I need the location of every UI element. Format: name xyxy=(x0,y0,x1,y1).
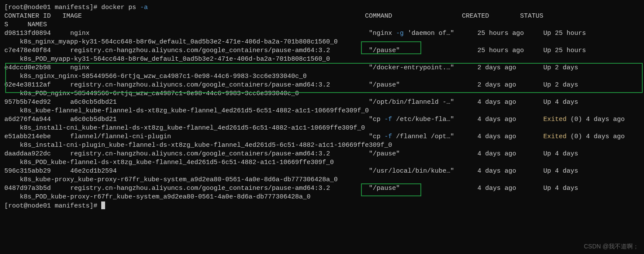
status-cell: Up 4 days xyxy=(543,99,578,106)
command-cell: "cp -f /etc/kube-fla…" xyxy=(369,116,454,123)
command-cell: "/opt/bin/flanneld -…" xyxy=(369,99,454,106)
table-row: c7e478e40f84 registry.cn-hangzhou.aliyun… xyxy=(4,46,640,55)
prompt-dir: manifests xyxy=(55,4,90,11)
command: docker ps xyxy=(101,4,136,11)
table-row: 596c315abb29 46e2cd1b2594 "/usr/local/bi… xyxy=(4,167,640,176)
cmd-flag: -f xyxy=(384,133,392,140)
status-exited: Exited xyxy=(543,116,566,123)
table-row-names: k8s_install-cni_kube-flannel-ds-xt8zg_ku… xyxy=(4,124,640,133)
watermark: CSDN @我不道啊； xyxy=(584,242,639,251)
command-cell: "/pause" xyxy=(369,185,400,192)
prompt-user: root xyxy=(8,202,24,210)
status-cell: Up 2 days xyxy=(543,81,578,89)
status-cell: Up 4 days xyxy=(543,167,578,175)
table-row: e51abb214ebe flannel/flannel-cni-plugin … xyxy=(4,133,640,141)
status-cell: Up 2 days xyxy=(543,64,578,71)
table-row-names: k8s_POD_kube-proxy-r67fr_kube-system_a9d… xyxy=(4,193,640,201)
table-header: CONTAINER ID IMAGE COMMAND CREATED STATU… xyxy=(4,12,640,21)
prompt-line-2[interactable]: [root@node01 manifests]# xyxy=(4,201,640,211)
table-row-names: k8s_kube-flannel_kube-flannel-ds-xt8zg_k… xyxy=(4,107,640,115)
table-row-names: k8s_nginx_nginx-585449566-6rtjq_wzw_ca49… xyxy=(4,72,640,81)
status-cell: Exited (0) 4 days ago xyxy=(543,116,625,123)
command-cell: "/pause" xyxy=(369,47,400,54)
table-row: 0487d97a3b5d registry.cn-hangzhou.aliyun… xyxy=(4,184,640,193)
cmd-flag: -f xyxy=(384,116,392,123)
command-cell: "cp -f /flannel /opt…" xyxy=(369,133,454,140)
command-cell: "nginx -g 'daemon of…" xyxy=(369,30,454,37)
command-cell: "/pause" xyxy=(369,150,400,158)
prompt-host: node01 xyxy=(28,202,51,210)
status-cell: Exited (0) 4 days ago xyxy=(543,133,625,140)
table-row-names: k8s_install-cni-plugin_kube-flannel-ds-x… xyxy=(4,141,640,150)
table-row-names: k8s_nginx_myapp-ky31-564cc648-b8r6w_defa… xyxy=(4,38,640,46)
table-row: 62e4e38112af registry.cn-hangzhou.aliyun… xyxy=(4,81,640,90)
status-cell: Up 4 days xyxy=(543,150,578,158)
table-row: a6d276f4a944 a6c0cb5dbd21 "cp -f /etc/ku… xyxy=(4,115,640,124)
table-row: 957b5b74ed92 a6c0cb5dbd21 "/opt/bin/flan… xyxy=(4,98,640,107)
table-header-wrap: S NAMES xyxy=(4,21,640,29)
table-row-names: k8s_POD_nginx-585449566-6rtjq_wzw_ca4987… xyxy=(4,90,640,98)
table-row-names: k8s_POD_kube-flannel-ds-xt8zg_kube-flann… xyxy=(4,158,640,167)
status-exited: Exited xyxy=(543,133,566,140)
table-row: e4dccd0e2b98 nginx "/docker-entrypoint.…… xyxy=(4,64,640,72)
command-cell: "/usr/local/bin/kube…" xyxy=(369,167,454,175)
prompt-host: node01 xyxy=(28,4,51,11)
status-cell: Up 25 hours xyxy=(543,30,586,37)
table-row-names: k8s_kube-proxy_kube-proxy-r67fr_kube-sys… xyxy=(4,176,640,184)
table-row-names: k8s_POD_myapp-ky31-564cc648-b8r6w_defaul… xyxy=(4,55,640,64)
command-cell: "/pause" xyxy=(369,81,400,89)
prompt-user: root xyxy=(8,4,24,11)
prompt-dir: manifests xyxy=(55,202,90,210)
command-flag: -a xyxy=(140,4,148,11)
status-cell: Up 25 hours xyxy=(543,47,586,54)
prompt-line[interactable]: [root@node01 manifests]# docker ps -a xyxy=(4,3,640,12)
table-row: d98113fd0894 nginx "nginx -g 'daemon of…… xyxy=(4,29,640,38)
table-row: daaddaa922dc registry.cn-hangzhou.aliyun… xyxy=(4,150,640,158)
cursor-icon xyxy=(101,201,105,209)
status-cell: Up 4 days xyxy=(543,185,578,192)
command-cell: "/docker-entrypoint.…" xyxy=(369,64,454,71)
cmd-flag: -g xyxy=(396,30,404,37)
